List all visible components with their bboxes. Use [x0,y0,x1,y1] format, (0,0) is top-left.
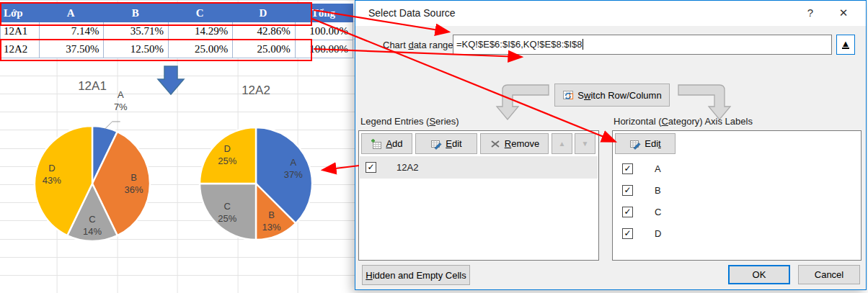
edit-axis-labels-button[interactable]: Edit [615,133,676,154]
pie-data-label: D [48,163,55,173]
move-series-down-button[interactable]: ▼ [575,133,595,154]
switch-row-column-icon [562,89,574,101]
axis-labels-listbox: Edit ✓ A ✓ B ✓ C ✓ D [612,130,862,261]
axis-item-d[interactable]: ✓ D [614,222,860,245]
remove-x-icon [490,138,501,150]
cancel-button[interactable]: Cancel [798,265,860,284]
axis-labels-label: Horizontal (Category) Axis Labels [614,116,753,127]
pie-data-label: C [224,201,231,212]
legend-entries-listbox: Add Edit Remove ▲ ▼ ✓ 12A2 [358,130,599,261]
edit-table-icon [629,138,641,150]
pie-data-label: B [130,172,137,183]
pie-data-label: B [268,209,275,220]
add-table-icon [371,138,382,150]
axis-item-a[interactable]: ✓ A [614,158,860,180]
switch-row-column-button[interactable]: Switch Row/Column [554,84,670,107]
collapse-dialog-button[interactable]: ▲ [836,35,855,55]
add-button-label: Add [386,138,402,149]
series-checkbox[interactable]: ✓ [366,162,376,173]
pie-data-label: 36% [125,184,143,195]
dialog-title: Select Data Source [368,7,456,19]
select-data-source-dialog: Select Data Source ? ✕ Chart data range:… [355,0,867,290]
chart-data-range-input[interactable]: =KQ!$E$6:$I$6,KQ!$E$8:$I$8 [453,35,832,55]
axis-checkbox[interactable]: ✓ [622,185,633,196]
pie-data-label: C [89,214,95,225]
flow-arrow-right-icon [678,85,730,120]
axis-item-b[interactable]: ✓ B [614,179,860,202]
pie-data-label: A [118,89,124,100]
pie-data-label: 25% [218,155,236,166]
pie-data-label: A [291,157,297,168]
hidden-button-label: Hidden and Empty Cells [366,270,466,281]
pie-chart-12a2[interactable]: A37%B13%C25%D25% [200,127,312,240]
edit-table-icon [430,138,442,150]
series-label: 12A2 [397,162,418,173]
pie-data-label: 13% [262,222,280,233]
add-series-button[interactable]: Add [361,133,412,154]
remove-button-label: Remove [505,138,539,149]
cancel-label: Cancel [815,269,843,280]
axis-checkbox[interactable]: ✓ [622,207,633,217]
move-series-up-button[interactable]: ▲ [552,133,572,154]
switch-row-column-label: Switch Row/Column [577,90,661,101]
legend-entries-label: Legend Entries (Series) [360,116,459,127]
chart-data-range-label: Chart data range: [383,40,456,50]
pie-data-label: 25% [218,213,236,224]
series-list-item-12a2[interactable]: ✓ 12A2 [360,156,598,179]
pie-data-label: 14% [83,226,102,237]
pie-charts-canvas[interactable]: A7%B36%C14%D43% A37%B13%C25%D25% [0,0,355,293]
flow-arrow-left-icon [497,85,549,120]
axis-checkbox[interactable]: ✓ [622,228,633,239]
pie-chart-12a1[interactable]: A7%B36%C14%D43% [35,89,150,241]
down-arrow-icon: ▼ [582,140,589,148]
axis-item-label: B [655,185,661,196]
hidden-empty-cells-button[interactable]: Hidden and Empty Cells [362,265,470,285]
edit-series-button[interactable]: Edit [415,133,477,154]
screenshot-root: Lớp A B C D Tổng 12A1 7.14% 35.71% 14.29… [0,0,868,293]
axis-item-label: A [655,163,661,174]
dialog-titlebar[interactable]: Select Data Source ? ✕ [355,1,866,26]
axis-item-label: C [655,207,661,217]
ok-button[interactable]: OK [728,265,790,284]
pie-data-label: 37% [284,169,303,180]
axis-item-label: D [655,228,661,239]
pie-data-label: 7% [114,102,128,112]
axis-checkbox[interactable]: ✓ [622,163,633,174]
spreadsheet-area: Lớp A B C D Tổng 12A1 7.14% 35.71% 14.29… [0,0,355,293]
axis-item-c[interactable]: ✓ C [614,201,860,223]
edit-button-label: Edit [446,138,461,149]
collapse-arrow-icon: ▲ [841,38,851,49]
help-button[interactable]: ? [800,4,821,22]
up-arrow-icon: ▲ [559,140,566,148]
remove-series-button[interactable]: Remove [480,133,549,154]
close-button[interactable]: ✕ [833,4,854,22]
pie-data-label: 43% [43,175,61,186]
ok-label: OK [753,269,766,280]
pie-slice-c[interactable] [200,184,256,240]
down-arrow-icon [158,66,184,94]
axis-edit-button-label: Edit [645,138,660,149]
pie-data-label: D [224,143,231,154]
text-cursor [583,39,583,50]
